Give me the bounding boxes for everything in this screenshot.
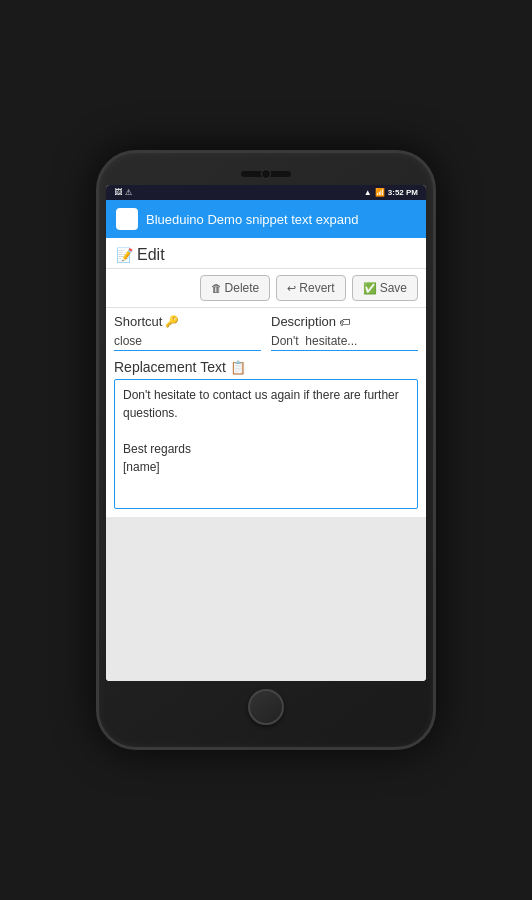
warning-icon: ⚠	[125, 188, 132, 197]
shortcut-label-text: Shortcut	[114, 314, 162, 329]
revert-label: Revert	[299, 281, 334, 295]
description-input[interactable]	[271, 332, 418, 351]
description-icon: 🏷	[339, 316, 350, 328]
phone-top-bar	[109, 171, 423, 177]
replacement-label-text: Replacement Text	[114, 359, 226, 375]
revert-icon: ↩	[287, 282, 296, 295]
signal-icon: 📶	[375, 188, 385, 197]
replacement-section: Replacement Text 📋	[106, 353, 426, 517]
image-icon: 🖼	[114, 188, 122, 197]
replacement-label: Replacement Text 📋	[114, 359, 418, 375]
shortcut-input[interactable]	[114, 332, 261, 351]
delete-label: Delete	[225, 281, 260, 295]
description-label: Description 🏷	[271, 314, 418, 329]
app-icon: ⌨	[116, 208, 138, 230]
edit-title: Edit	[137, 246, 165, 264]
description-field-group: Description 🏷	[271, 314, 418, 351]
revert-button[interactable]: ↩ Revert	[276, 275, 345, 301]
phone-frame: 🖼 ⚠ ▲ 📶 3:52 PM ⌨ Blueduino Demo snippet…	[96, 150, 436, 750]
edit-header: 📝 Edit	[106, 238, 426, 269]
bottom-gray-area	[106, 517, 426, 681]
shortcut-field-group: Shortcut 🔑	[114, 314, 261, 351]
description-label-text: Description	[271, 314, 336, 329]
app-bar: ⌨ Blueduino Demo snippet text expand	[106, 200, 426, 238]
shortcut-label: Shortcut 🔑	[114, 314, 261, 329]
save-icon: ✅	[363, 282, 377, 295]
status-time: 3:52 PM	[388, 188, 418, 197]
phone-bottom	[248, 689, 284, 725]
phone-screen: 🖼 ⚠ ▲ 📶 3:52 PM ⌨ Blueduino Demo snippet…	[106, 185, 426, 681]
delete-icon: 🗑	[211, 282, 222, 294]
fields-row: Shortcut 🔑 Description 🏷	[106, 308, 426, 353]
status-bar: 🖼 ⚠ ▲ 📶 3:52 PM	[106, 185, 426, 200]
save-button[interactable]: ✅ Save	[352, 275, 418, 301]
replacement-textarea[interactable]	[114, 379, 418, 509]
keyboard-icon: ⌨	[119, 212, 136, 226]
shortcut-icon: 🔑	[165, 315, 179, 328]
wifi-icon: ▲	[364, 188, 372, 197]
status-left-icons: 🖼 ⚠	[114, 188, 132, 197]
content-area: 📝 Edit 🗑 Delete ↩ Revert ✅ Save	[106, 238, 426, 681]
home-button[interactable]	[248, 689, 284, 725]
camera	[261, 169, 271, 179]
save-label: Save	[380, 281, 407, 295]
pencil-icon: 📝	[116, 247, 133, 263]
status-right-icons: ▲ 📶 3:52 PM	[364, 188, 418, 197]
replacement-icon: 📋	[230, 360, 246, 375]
app-title: Blueduino Demo snippet text expand	[146, 212, 358, 227]
buttons-row: 🗑 Delete ↩ Revert ✅ Save	[106, 269, 426, 308]
delete-button[interactable]: 🗑 Delete	[200, 275, 271, 301]
